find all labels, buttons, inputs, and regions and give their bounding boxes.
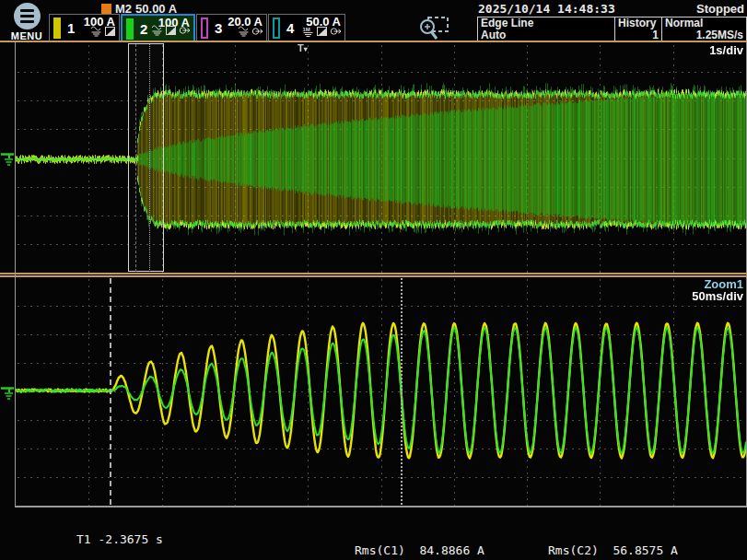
cursor-t1-zoom[interactable] bbox=[110, 278, 111, 505]
math-channel-color-icon bbox=[101, 4, 111, 15]
cursor-t2-main[interactable] bbox=[149, 44, 150, 272]
main-waveform-canvas bbox=[16, 43, 746, 273]
ground-level-marker-main[interactable] bbox=[1, 149, 16, 168]
trigger-settings-box[interactable]: Edge Line Auto bbox=[477, 17, 615, 41]
channel-2-icons bbox=[151, 23, 191, 40]
channel-box-2[interactable]: 2100 A bbox=[121, 14, 195, 42]
zoom-search-icon[interactable] bbox=[416, 15, 451, 42]
cursor-readout-block: T1 -2.3675 s T2 -2.1675 s V1 -11 A V2 -1… bbox=[76, 512, 163, 560]
channel-box-1[interactable]: 1100 A bbox=[49, 14, 120, 42]
channel-4-color-bar bbox=[273, 18, 280, 39]
ac-coupling-icon bbox=[151, 23, 163, 40]
channel-box-4[interactable]: 450.0 A1M bbox=[268, 14, 345, 42]
channel-3-icons bbox=[238, 24, 263, 41]
channel-1-color-bar bbox=[53, 18, 61, 39]
datetime-display: 2025/10/14 14:48:33 bbox=[478, 2, 615, 16]
channel-1-number: 1 bbox=[67, 20, 75, 36]
separator-line-upper bbox=[0, 273, 747, 274]
channel-1-icons bbox=[90, 24, 116, 41]
zoom-window-bottom-border bbox=[15, 506, 747, 508]
channel-3-color-bar bbox=[201, 18, 208, 39]
main-timebase-label: 1s/div bbox=[709, 43, 743, 57]
cursor-t2-zoom[interactable] bbox=[401, 278, 403, 505]
channel-3-number: 3 bbox=[215, 20, 222, 36]
channel-2-number: 2 bbox=[140, 21, 147, 37]
zoom-region-box[interactable] bbox=[128, 43, 164, 272]
measurement-rms-c1: Rms(C1) 84.8866 A bbox=[355, 543, 484, 557]
channel-2-color-bar bbox=[126, 18, 134, 40]
probe-icon bbox=[251, 24, 263, 41]
channel-4-icons: 1M bbox=[302, 24, 342, 41]
probe-icon bbox=[330, 24, 342, 41]
channel-box-3[interactable]: 320.0 A bbox=[196, 14, 267, 42]
cursor-t1-main[interactable] bbox=[135, 44, 136, 272]
trigger-position-marker[interactable]: T▾ bbox=[298, 43, 308, 54]
cursor-t1-label: T1 bbox=[76, 532, 91, 546]
zoom-waveform-canvas bbox=[16, 277, 746, 506]
record-mode-box[interactable]: Normal 1.25MS/s bbox=[661, 17, 747, 41]
invert-icon bbox=[316, 24, 328, 41]
main-window-top-border bbox=[0, 41, 747, 42]
menu-icon bbox=[14, 3, 41, 29]
ac-coupling-icon bbox=[90, 24, 102, 41]
invert-icon bbox=[104, 24, 116, 41]
measurement-rms-c2: Rms(C2) 56.8575 A bbox=[548, 543, 678, 557]
acquisition-status: Stopped bbox=[696, 2, 744, 16]
menu-button[interactable]: MENU bbox=[6, 3, 48, 43]
oscilloscope-screen: MENU M2 50.00 A 1100 A2100 A320.0 A450.0… bbox=[0, 0, 747, 560]
history-box[interactable]: History 1 bbox=[614, 17, 662, 41]
svg-text:1M: 1M bbox=[303, 27, 310, 32]
probe-icon bbox=[179, 23, 191, 40]
cursor-t1-value: -2.3675 s bbox=[98, 532, 162, 546]
invert-icon bbox=[165, 23, 177, 40]
channel-4-number: 4 bbox=[286, 20, 294, 36]
ground-level-marker-zoom[interactable] bbox=[1, 383, 16, 402]
zoom-timebase-label: 50ms/div bbox=[692, 289, 743, 303]
ac-coupling-icon bbox=[238, 24, 250, 41]
impedance-1m-icon: 1M bbox=[302, 24, 314, 41]
